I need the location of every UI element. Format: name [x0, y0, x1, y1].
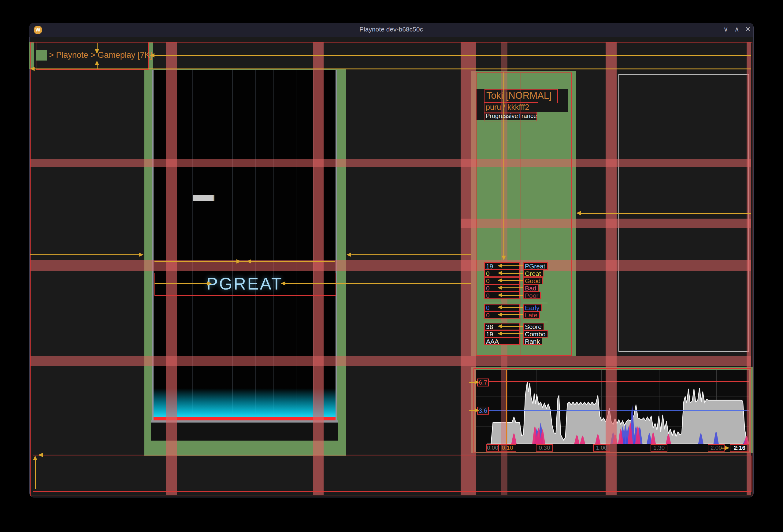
constraint-line — [97, 43, 98, 49]
arrow-left-icon — [576, 211, 581, 215]
arrow-up-icon — [95, 61, 99, 65]
arrow-right-icon — [475, 380, 479, 384]
stat-arrow-line — [502, 333, 523, 334]
close-button[interactable]: ✕ — [743, 25, 752, 33]
stat-row-good: 0 Good — [484, 277, 573, 284]
stat-label: Late — [523, 311, 540, 319]
stat-arrow-line — [502, 280, 523, 281]
stat-arrow-line — [502, 326, 523, 327]
stat-arrow-line — [502, 314, 523, 315]
arrow-left-icon — [498, 271, 502, 275]
arrow-left-icon — [498, 286, 502, 290]
arrow-right-icon — [237, 259, 241, 264]
arrow-left-icon — [498, 312, 502, 317]
arrow-left-icon — [150, 53, 154, 58]
stat-arrow-line — [502, 288, 523, 288]
constraint-line — [30, 254, 139, 255]
breadcrumb-swatch — [36, 50, 47, 61]
constraint-line — [35, 459, 36, 489]
time-label-current: 0:10 — [499, 444, 516, 452]
stat-label: PGreat — [523, 262, 548, 270]
stat-arrow-line — [502, 273, 523, 274]
stat-label: Score — [523, 323, 544, 330]
arrow-left-icon — [498, 278, 502, 282]
arrow-left-icon — [38, 453, 43, 457]
arrow-right-icon — [139, 253, 144, 257]
arrow-left-icon — [347, 253, 351, 257]
constraint-line — [503, 72, 504, 256]
arrow-left-icon — [281, 281, 285, 286]
arrow-left-icon — [30, 67, 35, 71]
stat-row-poor: 0 Poor — [484, 292, 573, 299]
stat-row-bad: 0 Bad — [484, 284, 573, 292]
constraint-line — [154, 55, 751, 56]
stats-panel: 19 PGreat 0 Great 0 Good 0 Bad 0 Poor 0 — [484, 262, 573, 345]
constraint-line — [578, 213, 751, 214]
stat-row-late: 0 Late — [484, 311, 573, 319]
stat-row-great: 0 Great — [484, 270, 573, 277]
constraint-line — [154, 283, 207, 284]
playback-cursor — [506, 370, 507, 444]
arrow-right-icon — [725, 446, 729, 450]
arrow-left-icon — [498, 324, 502, 328]
graph-debug-outline — [473, 368, 751, 453]
stat-label: Good — [523, 277, 543, 284]
arrow-left-icon — [498, 264, 502, 268]
arrow-left-icon — [498, 305, 502, 309]
stat-label: Early — [523, 304, 542, 311]
constraint-line — [154, 261, 335, 262]
arrow-right-icon — [475, 408, 479, 412]
stat-value: AAA — [484, 337, 520, 345]
stat-arrow-line — [502, 265, 523, 266]
constraint-line — [285, 283, 471, 284]
song-genre: ProgressiveTrance — [486, 112, 536, 120]
stat-row-pgreat: 19 PGreat — [484, 262, 573, 270]
stat-row-rank: AAA Rank — [484, 337, 573, 345]
time-label: 1:00 — [593, 444, 610, 452]
stat-row-combo: 19 Combo — [484, 330, 573, 337]
arrow-left-icon — [498, 331, 502, 336]
constraint-line — [34, 68, 751, 69]
minimize-button[interactable]: ∨ — [721, 25, 730, 33]
baseline-rule — [32, 455, 751, 455]
song-title: Toki [NORMAL] — [486, 89, 555, 102]
time-label: 0:00 — [486, 444, 499, 452]
song-length-label: 2:16 — [730, 444, 749, 452]
footer-debug-outline — [33, 456, 751, 492]
screen: W Playnote dev-b68c50c ∨ ∧ ✕ > Playnote … — [0, 0, 783, 532]
arrow-left-icon — [247, 259, 251, 264]
maximize-button[interactable]: ∧ — [732, 25, 742, 33]
stat-label: Combo — [523, 330, 548, 337]
stat-label: Bad — [523, 284, 539, 292]
stat-label: Great — [523, 270, 543, 277]
stat-row-early: 0 Early — [484, 304, 573, 311]
song-artist: puru / kkkfff2 — [486, 102, 536, 111]
stat-row-score: 38 Score — [484, 323, 573, 330]
breadcrumb: > Playnote > Gameplay [7K] — [49, 51, 152, 60]
arrow-down-icon — [502, 256, 506, 260]
arrow-left-icon — [498, 293, 502, 297]
stat-label: Rank — [523, 337, 542, 345]
stat-arrow-line — [502, 295, 523, 296]
stat-label: Poor — [523, 292, 541, 299]
window-title: Playnote dev-b68c50c — [29, 26, 753, 33]
arrow-down-icon — [95, 49, 99, 54]
arrow-right-icon — [207, 281, 212, 286]
arrow-up-icon — [33, 456, 37, 460]
stat-arrow-line — [502, 307, 523, 308]
time-label: 1:30 — [651, 444, 667, 452]
time-label: 0:30 — [536, 444, 553, 452]
constraint-line — [351, 254, 471, 255]
